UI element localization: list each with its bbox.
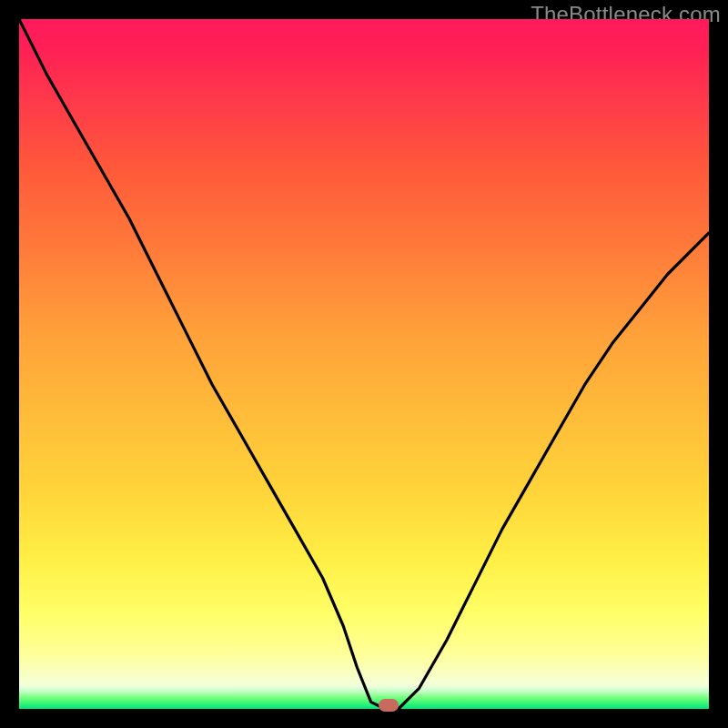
chart-frame: TheBottleneck.com (0, 0, 728, 728)
plot-area (19, 19, 709, 709)
optimum-marker (379, 699, 399, 712)
bottleneck-curve (19, 19, 709, 709)
